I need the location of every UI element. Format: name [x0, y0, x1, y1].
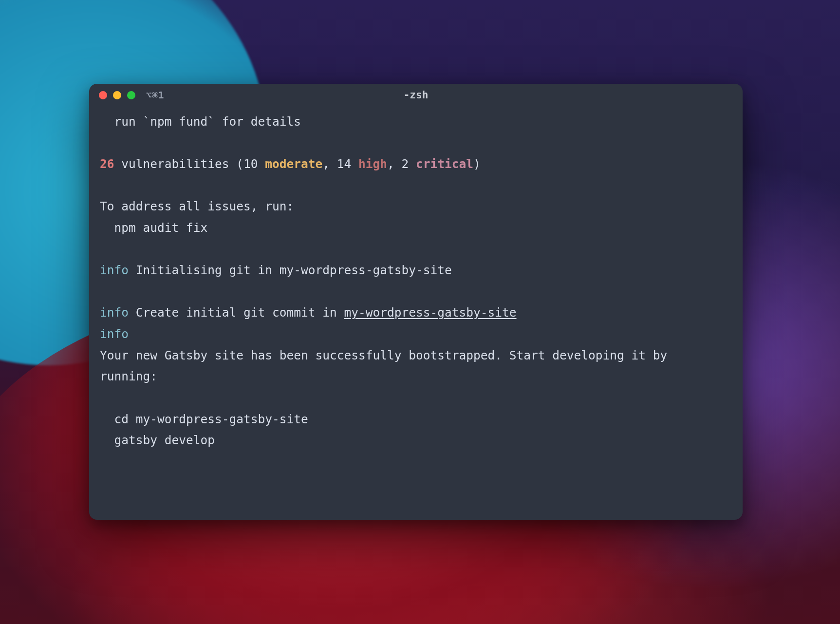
- output-line: gatsby develop: [100, 433, 215, 447]
- vuln-line: 26 vulnerabilities (10 moderate, 14 high…: [100, 157, 481, 171]
- output-text: ): [473, 157, 481, 171]
- tab-shortcut-label: ⌥⌘1: [146, 90, 164, 100]
- titlebar: ⌥⌘1 -zsh: [89, 84, 743, 106]
- output-line: Your new Gatsby site has been successful…: [100, 348, 667, 362]
- project-path-link: my-wordpress-gatsby-site: [344, 305, 517, 320]
- output-text: vulnerabilities (10: [114, 157, 265, 171]
- info-label: info: [100, 305, 129, 320]
- vuln-count: 26: [100, 157, 114, 171]
- output-text: , 14: [322, 157, 358, 171]
- vuln-critical: critical: [416, 157, 473, 171]
- output-line: running:: [100, 369, 157, 383]
- terminal-output[interactable]: run `npm fund` for details 26 vulnerabil…: [89, 106, 743, 520]
- window-title: -zsh: [404, 89, 429, 101]
- output-text: Initialising git in my-wordpress-gatsby-…: [129, 263, 452, 277]
- traffic-lights: [99, 91, 135, 99]
- info-line: info Initialising git in my-wordpress-ga…: [100, 263, 452, 277]
- vuln-high: high: [358, 157, 387, 171]
- vuln-moderate: moderate: [265, 157, 322, 171]
- minimize-icon[interactable]: [113, 91, 121, 99]
- output-line: To address all issues, run:: [100, 199, 294, 213]
- output-text: Create initial git commit in: [129, 305, 344, 320]
- output-line: run `npm fund` for details: [100, 114, 301, 129]
- terminal-window: ⌥⌘1 -zsh run `npm fund` for details 26 v…: [89, 84, 743, 520]
- output-line: npm audit fix: [100, 221, 207, 235]
- close-icon[interactable]: [99, 91, 107, 99]
- output-text: , 2: [387, 157, 416, 171]
- info-label: info: [100, 263, 129, 277]
- info-line: info Create initial git commit in my-wor…: [100, 305, 517, 320]
- info-label: info: [100, 327, 129, 341]
- zoom-icon[interactable]: [127, 91, 135, 99]
- output-line: cd my-wordpress-gatsby-site: [100, 412, 308, 426]
